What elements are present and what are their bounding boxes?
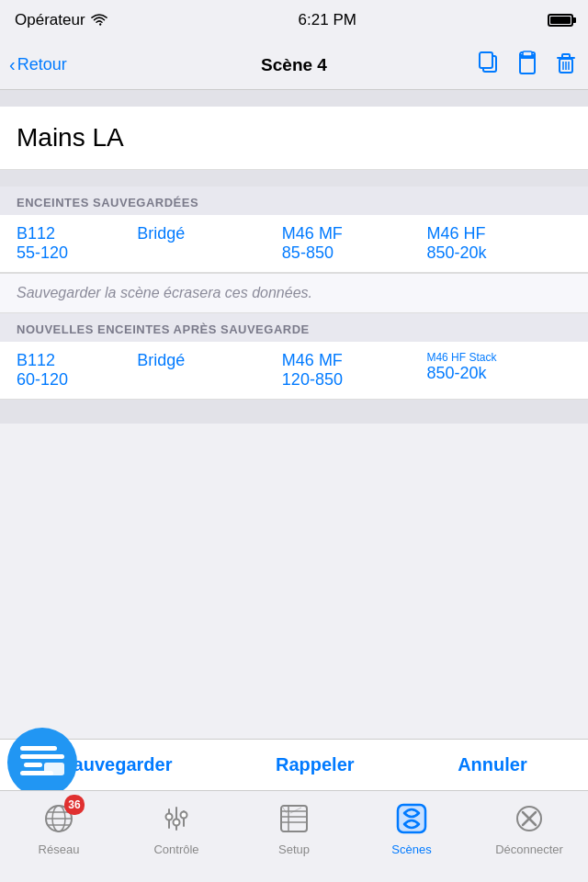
svg-point-23 (166, 814, 173, 820)
logo-icon (17, 739, 68, 786)
paste-icon[interactable] (514, 51, 540, 80)
saved-col-3: M46 MF 85-850 (282, 224, 427, 263)
separator-3 (0, 400, 588, 424)
new-speakers-header: NOUVELLES ENCEINTES APRÈS SAUVEGARDE (0, 313, 588, 342)
wifi-icon (91, 14, 107, 27)
new-col1-sub: 60-120 (17, 370, 137, 390)
tab-deconnecter-label: Déconnecter (495, 842, 563, 856)
tab-setup[interactable]: Setup (235, 798, 353, 856)
nav-bar: ‹ Retour Scène 4 (0, 40, 588, 90)
back-button[interactable]: ‹ Retour (9, 54, 67, 75)
tab-bar: 36 Réseau Contrôle (0, 790, 588, 882)
saved-col3-label: M46 MF (282, 224, 427, 243)
saved-col-2: Bridgé (137, 224, 282, 263)
svg-point-25 (181, 812, 187, 819)
status-bar: Opérateur 6:21 PM (0, 0, 588, 40)
saved-speaker-row: B112 55-120 Bridgé M46 MF 85-850 M46 HF … (0, 215, 588, 272)
separator-1 (0, 90, 588, 107)
saved-col1-label: B112 (17, 224, 137, 243)
saved-speakers-table: B112 55-120 Bridgé M46 MF 85-850 M46 HF … (0, 215, 588, 273)
reseau-badge: 36 (64, 795, 85, 815)
scene-name: Mains LA (17, 123, 571, 153)
svg-rect-5 (523, 51, 532, 56)
status-time: 6:21 PM (299, 11, 356, 29)
saved-col-4: M46 HF 850-20k (426, 224, 571, 263)
svg-rect-1 (480, 52, 492, 68)
deconnecter-icon (513, 802, 546, 835)
svg-rect-12 (24, 763, 42, 767)
back-label: Retour (17, 55, 67, 74)
setup-icon (277, 802, 311, 835)
saved-col3-sub: 85-850 (282, 243, 427, 263)
new-speakers-table: B112 60-120 Bridgé M46 MF 120-850 M46 HF… (0, 342, 588, 400)
new-col1-label: B112 (17, 351, 137, 370)
new-col-2: Bridgé (137, 351, 282, 390)
battery-icon (548, 14, 573, 27)
saved-col4-sub: 850-20k (426, 243, 571, 263)
recall-button[interactable]: Rappeler (276, 754, 355, 775)
scene-name-section: Mains LA (0, 107, 588, 170)
new-speaker-row: B112 60-120 Bridgé M46 MF 120-850 M46 HF… (0, 342, 588, 399)
saved-speakers-header: ENCEINTES SAUVEGARDÉES (0, 187, 588, 215)
nav-title: Scène 4 (261, 55, 327, 75)
scenes-icon-wrap (391, 798, 432, 839)
controle-icon-wrap (156, 798, 197, 839)
tab-deconnecter[interactable]: Déconnecter (470, 798, 588, 856)
trash-svg (553, 51, 579, 76)
tab-controle[interactable]: Contrôle (118, 798, 235, 856)
tab-controle-label: Contrôle (153, 842, 198, 856)
new-col-1: B112 60-120 (17, 351, 137, 390)
action-bar: Sauvegarder Rappeler Annuler (0, 739, 588, 790)
new-col4-sub: 850-20k (426, 364, 571, 383)
warning-section: Sauvegarder la scène écrasera ces donnée… (0, 273, 588, 313)
tab-setup-label: Setup (278, 842, 310, 856)
svg-rect-10 (20, 746, 57, 751)
new-col3-sub: 120-850 (282, 370, 427, 390)
tab-reseau[interactable]: 36 Réseau (0, 798, 118, 856)
separator-2 (0, 170, 588, 187)
tab-scenes[interactable]: Scènes (353, 798, 470, 856)
deconnecter-icon-wrap (509, 798, 549, 839)
paste-svg (514, 51, 540, 76)
back-chevron-icon: ‹ (9, 54, 16, 75)
svg-point-24 (174, 820, 180, 826)
battery-fill (550, 17, 571, 24)
new-col3-label: M46 MF (282, 351, 427, 370)
nav-actions (476, 51, 579, 80)
carrier-wifi: Opérateur (15, 11, 107, 29)
copy-icon[interactable] (476, 51, 502, 80)
saved-col-1: B112 55-120 (17, 224, 137, 263)
reseau-icon-wrap: 36 (39, 798, 79, 839)
cancel-button[interactable]: Annuler (458, 754, 527, 775)
controle-icon (160, 802, 193, 835)
new-col-4: M46 HF Stack 850-20k (426, 351, 571, 390)
svg-rect-11 (20, 754, 64, 759)
svg-rect-14 (44, 763, 64, 775)
tab-reseau-label: Réseau (39, 842, 80, 856)
svg-rect-26 (281, 806, 307, 831)
saved-col2-label: Bridgé (137, 224, 282, 243)
tab-scenes-label: Scènes (391, 842, 431, 856)
scenes-icon (393, 800, 430, 837)
saved-col4-label: M46 HF (426, 224, 571, 243)
trash-icon[interactable] (553, 51, 579, 80)
new-col-3: M46 MF 120-850 (282, 351, 427, 390)
copy-svg (476, 51, 502, 76)
battery-area (548, 14, 573, 27)
carrier-label: Opérateur (15, 11, 85, 29)
saved-col1-sub: 55-120 (17, 243, 137, 263)
warning-text: Sauvegarder la scène écrasera ces donnée… (17, 285, 571, 301)
floating-logo (7, 728, 81, 783)
new-col4-label: M46 HF Stack (426, 351, 571, 364)
new-col2-label: Bridgé (137, 351, 282, 370)
setup-icon-wrap (274, 798, 314, 839)
